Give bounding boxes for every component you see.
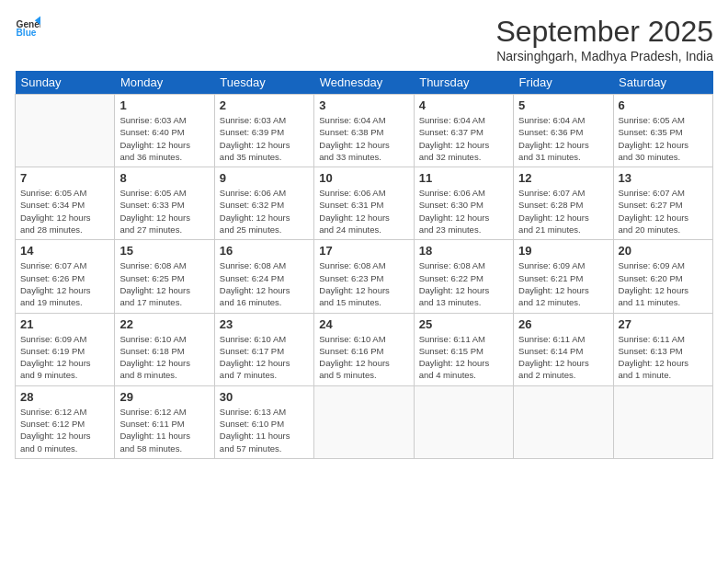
day-number: 19 [518,244,608,258]
logo-icon: General Blue [15,15,40,40]
calendar-cell: 17Sunrise: 6:08 AM Sunset: 6:23 PM Dayli… [314,240,414,313]
day-header-saturday: Saturday [613,71,712,95]
day-info: Sunrise: 6:10 AM Sunset: 6:17 PM Dayligh… [220,333,309,382]
day-info: Sunrise: 6:05 AM Sunset: 6:33 PM Dayligh… [119,187,209,236]
calendar-cell [16,95,115,167]
day-number: 29 [119,390,209,404]
calendar-cell: 21Sunrise: 6:09 AM Sunset: 6:19 PM Dayli… [16,313,115,385]
day-header-sunday: Sunday [16,71,115,95]
calendar-body: 1Sunrise: 6:03 AM Sunset: 6:40 PM Daylig… [16,95,713,459]
location: Narsinghgarh, Madhya Pradesh, India [495,49,713,63]
day-header-wednesday: Wednesday [314,71,414,95]
day-info: Sunrise: 6:06 AM Sunset: 6:32 PM Dayligh… [220,187,309,236]
day-info: Sunrise: 6:10 AM Sunset: 6:16 PM Dayligh… [319,333,408,382]
day-info: Sunrise: 6:12 AM Sunset: 6:11 PM Dayligh… [119,406,209,454]
day-info: Sunrise: 6:08 AM Sunset: 6:23 PM Dayligh… [319,259,408,308]
day-info: Sunrise: 6:09 AM Sunset: 6:21 PM Dayligh… [518,259,608,308]
calendar-cell: 14Sunrise: 6:07 AM Sunset: 6:26 PM Dayli… [16,240,115,313]
title-block: September 2025 Narsinghgarh, Madhya Prad… [495,15,713,63]
day-header-friday: Friday [514,71,613,95]
day-header-monday: Monday [115,71,214,95]
calendar-cell: 23Sunrise: 6:10 AM Sunset: 6:17 PM Dayli… [214,313,313,385]
calendar-cell [314,385,414,458]
day-number: 15 [119,244,209,258]
day-number: 26 [518,317,608,331]
month-title: September 2025 [495,15,713,49]
calendar-cell: 25Sunrise: 6:11 AM Sunset: 6:15 PM Dayli… [414,313,513,385]
day-info: Sunrise: 6:04 AM Sunset: 6:37 PM Dayligh… [419,114,508,163]
calendar-cell: 22Sunrise: 6:10 AM Sunset: 6:18 PM Dayli… [115,313,214,385]
day-number: 25 [419,317,508,331]
day-number: 12 [518,171,608,185]
day-number: 20 [619,244,708,258]
day-info: Sunrise: 6:12 AM Sunset: 6:12 PM Dayligh… [20,406,109,454]
day-number: 28 [20,390,109,404]
day-info: Sunrise: 6:04 AM Sunset: 6:36 PM Dayligh… [518,114,608,163]
day-info: Sunrise: 6:13 AM Sunset: 6:10 PM Dayligh… [220,406,309,454]
day-info: Sunrise: 6:03 AM Sunset: 6:39 PM Dayligh… [220,114,309,163]
calendar-cell: 19Sunrise: 6:09 AM Sunset: 6:21 PM Dayli… [514,240,613,313]
calendar-table: SundayMondayTuesdayWednesdayThursdayFrid… [15,71,713,459]
calendar-cell: 6Sunrise: 6:05 AM Sunset: 6:35 PM Daylig… [613,95,712,167]
page-header: General Blue September 2025 Narsinghgarh… [15,15,713,63]
day-info: Sunrise: 6:11 AM Sunset: 6:14 PM Dayligh… [518,333,608,382]
day-number: 8 [119,171,209,185]
calendar-cell: 20Sunrise: 6:09 AM Sunset: 6:20 PM Dayli… [613,240,712,313]
calendar-cell: 29Sunrise: 6:12 AM Sunset: 6:11 PM Dayli… [115,385,214,458]
day-number: 23 [220,317,309,331]
day-header-tuesday: Tuesday [214,71,313,95]
day-info: Sunrise: 6:06 AM Sunset: 6:31 PM Dayligh… [319,187,408,236]
calendar-cell [414,385,513,458]
day-header-thursday: Thursday [414,71,513,95]
day-number: 27 [619,317,708,331]
calendar-cell [514,385,613,458]
day-info: Sunrise: 6:07 AM Sunset: 6:26 PM Dayligh… [20,259,109,308]
calendar-cell: 26Sunrise: 6:11 AM Sunset: 6:14 PM Dayli… [514,313,613,385]
day-info: Sunrise: 6:07 AM Sunset: 6:28 PM Dayligh… [518,187,608,236]
calendar-cell: 2Sunrise: 6:03 AM Sunset: 6:39 PM Daylig… [214,95,313,167]
day-info: Sunrise: 6:10 AM Sunset: 6:18 PM Dayligh… [119,333,209,382]
day-number: 1 [119,98,209,112]
calendar-cell: 30Sunrise: 6:13 AM Sunset: 6:10 PM Dayli… [214,385,313,458]
calendar-cell: 13Sunrise: 6:07 AM Sunset: 6:27 PM Dayli… [613,167,712,240]
day-number: 9 [220,171,309,185]
day-info: Sunrise: 6:11 AM Sunset: 6:15 PM Dayligh… [419,333,508,382]
day-number: 11 [419,171,508,185]
day-number: 17 [319,244,408,258]
logo: General Blue [15,15,40,40]
day-number: 22 [119,317,209,331]
day-info: Sunrise: 6:07 AM Sunset: 6:27 PM Dayligh… [619,187,708,236]
calendar-cell: 16Sunrise: 6:08 AM Sunset: 6:24 PM Dayli… [214,240,313,313]
week-row-2: 7Sunrise: 6:05 AM Sunset: 6:34 PM Daylig… [16,167,713,240]
calendar-cell [613,385,712,458]
day-info: Sunrise: 6:05 AM Sunset: 6:34 PM Dayligh… [20,187,109,236]
day-info: Sunrise: 6:05 AM Sunset: 6:35 PM Dayligh… [619,114,708,163]
calendar-cell: 24Sunrise: 6:10 AM Sunset: 6:16 PM Dayli… [314,313,414,385]
calendar-cell: 12Sunrise: 6:07 AM Sunset: 6:28 PM Dayli… [514,167,613,240]
calendar-cell: 15Sunrise: 6:08 AM Sunset: 6:25 PM Dayli… [115,240,214,313]
calendar-cell: 9Sunrise: 6:06 AM Sunset: 6:32 PM Daylig… [214,167,313,240]
day-number: 24 [319,317,408,331]
svg-text:Blue: Blue [17,28,37,38]
day-info: Sunrise: 6:11 AM Sunset: 6:13 PM Dayligh… [619,333,708,382]
day-info: Sunrise: 6:09 AM Sunset: 6:19 PM Dayligh… [20,333,109,382]
day-number: 30 [220,390,309,404]
week-row-4: 21Sunrise: 6:09 AM Sunset: 6:19 PM Dayli… [16,313,713,385]
day-number: 6 [619,98,708,112]
day-number: 10 [319,171,408,185]
day-number: 4 [419,98,508,112]
day-info: Sunrise: 6:08 AM Sunset: 6:22 PM Dayligh… [419,259,508,308]
day-info: Sunrise: 6:08 AM Sunset: 6:25 PM Dayligh… [119,259,209,308]
calendar-cell: 27Sunrise: 6:11 AM Sunset: 6:13 PM Dayli… [613,313,712,385]
calendar-cell: 28Sunrise: 6:12 AM Sunset: 6:12 PM Dayli… [16,385,115,458]
day-number: 3 [319,98,408,112]
calendar-cell: 3Sunrise: 6:04 AM Sunset: 6:38 PM Daylig… [314,95,414,167]
week-row-1: 1Sunrise: 6:03 AM Sunset: 6:40 PM Daylig… [16,95,713,167]
calendar-cell: 7Sunrise: 6:05 AM Sunset: 6:34 PM Daylig… [16,167,115,240]
day-info: Sunrise: 6:06 AM Sunset: 6:30 PM Dayligh… [419,187,508,236]
day-number: 18 [419,244,508,258]
day-number: 7 [20,171,109,185]
calendar-cell: 1Sunrise: 6:03 AM Sunset: 6:40 PM Daylig… [115,95,214,167]
day-number: 5 [518,98,608,112]
calendar-cell: 18Sunrise: 6:08 AM Sunset: 6:22 PM Dayli… [414,240,513,313]
